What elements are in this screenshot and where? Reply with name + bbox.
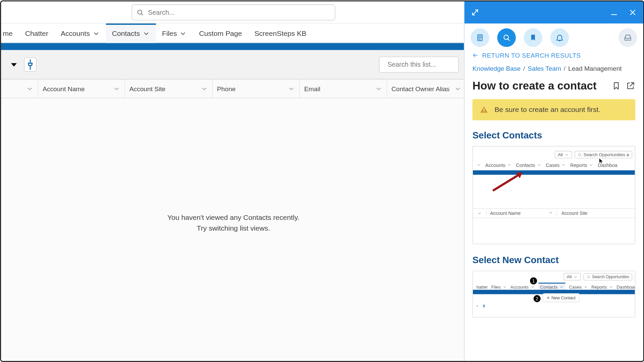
grid-header: Account Name Account Site Phone Email Co… [1, 79, 466, 98]
list-search[interactable] [379, 56, 459, 72]
chevron-down-icon [454, 85, 461, 92]
alert-text: Be sure to create an account first. [494, 106, 600, 114]
close-icon[interactable] [628, 8, 637, 16]
nav-item-home[interactable]: me [1, 23, 19, 43]
svg-line-24 [589, 277, 590, 278]
chevron-down-icon [288, 85, 295, 92]
caret-down-icon [8, 58, 19, 70]
svg-marker-2 [11, 63, 16, 66]
help-panel: RETURN TO SEARCH RESULTS Knowledge Base/… [464, 1, 643, 361]
chevron-down-icon[interactable] [179, 30, 186, 37]
column-label: Account Name [43, 85, 85, 92]
empty-line-1: You haven't viewed any Contacts recently… [1, 212, 466, 223]
column-owner-alias[interactable]: Contact Owner Alias [387, 79, 466, 98]
nav-item-chatter[interactable]: Chatter [19, 23, 54, 43]
warning-alert: Be sure to create an account first. [472, 99, 635, 120]
panel-body: RETURN TO SEARCH RESULTS Knowledge Base/… [464, 52, 643, 361]
expand-icon[interactable] [471, 8, 479, 16]
return-link[interactable]: RETURN TO SEARCH RESULTS [472, 52, 635, 59]
svg-point-23 [587, 275, 589, 277]
list-search-input[interactable] [387, 60, 472, 68]
screenshot-1: All Search Opportunities and Accounts Co… [472, 146, 635, 244]
svg-point-13 [504, 35, 508, 39]
chevron-down-icon[interactable] [142, 30, 149, 37]
nav-label: Chatter [25, 29, 48, 38]
tab-search[interactable] [497, 28, 516, 47]
section-heading-2: Select New Contact [472, 255, 635, 265]
nav-item-files[interactable]: Files [156, 23, 193, 43]
chevron-down-icon [375, 85, 382, 92]
global-search[interactable] [131, 4, 335, 20]
nav-label: me [3, 29, 12, 38]
column-label: Email [304, 85, 320, 92]
tab-inbox[interactable] [618, 28, 637, 47]
arrow-left-icon [472, 52, 478, 58]
nav-bar: me Chatter Accounts Contacts Files Custo… [1, 23, 466, 43]
bookmark-outline-icon[interactable] [611, 80, 621, 90]
svg-point-0 [138, 10, 142, 14]
empty-line-2: Try switching list views. [1, 223, 466, 234]
chevron-down-icon [476, 163, 481, 167]
svg-line-5 [472, 10, 477, 15]
column-blank[interactable] [1, 79, 38, 98]
return-label: RETURN TO SEARCH RESULTS [482, 52, 581, 59]
minimize-icon[interactable] [609, 8, 618, 16]
new-contact-menu-item: +New Contact [543, 293, 579, 302]
chevron-down-icon[interactable] [92, 30, 99, 37]
search-icon [578, 152, 582, 157]
salesforce-app: me Chatter Accounts Contacts Files Custo… [1, 1, 466, 361]
tab-articles[interactable] [471, 28, 489, 47]
svg-line-21 [493, 174, 520, 190]
nav-label: ScreenSteps KB [254, 29, 306, 38]
tab-bookmarks[interactable] [524, 28, 542, 47]
global-search-input[interactable] [148, 8, 330, 16]
nav-item-accounts[interactable]: Accounts [54, 23, 106, 43]
open-external-icon[interactable] [626, 80, 635, 90]
svg-line-14 [507, 39, 509, 41]
nav-item-contacts[interactable]: Contacts [106, 23, 156, 43]
screenshot-2: All Search Opportunities and hatter File… [472, 270, 635, 317]
nav-item-custom-page[interactable]: Custom Page [193, 23, 248, 43]
svg-line-1 [141, 13, 143, 15]
column-account-site[interactable]: Account Site [125, 79, 212, 98]
svg-marker-25 [476, 305, 478, 306]
breadcrumb-current: Lead Management [568, 65, 622, 72]
chevron-down-icon [201, 85, 208, 92]
column-label: Contact Owner Alias [391, 85, 449, 92]
column-account-name[interactable]: Account Name [38, 79, 125, 98]
empty-state: You haven't viewed any Contacts recently… [1, 212, 466, 233]
panel-tabs [464, 23, 643, 52]
shot2-scope-pill: All [564, 273, 581, 280]
step-1-badge: 1 [529, 276, 538, 285]
chevron-down-icon [26, 85, 33, 92]
breadcrumb-mid[interactable]: Sales Team [528, 65, 561, 72]
chevron-down-icon [564, 152, 569, 157]
shot2-search-pill: Search Opportunities and [583, 273, 632, 280]
column-label: Phone [217, 85, 235, 92]
nav-item-screensteps-kb[interactable]: ScreenSteps KB [248, 23, 312, 43]
shot1-scope-pill: All [554, 151, 572, 158]
nav-label: Accounts [60, 29, 90, 38]
column-email[interactable]: Email [300, 79, 387, 98]
svg-line-20 [580, 155, 581, 156]
mouse-cursor-icon [598, 157, 604, 165]
column-phone[interactable]: Phone [212, 79, 300, 98]
pin-icon [24, 58, 36, 70]
nav-label: Contacts [112, 29, 140, 38]
nav-label: Files [162, 29, 177, 38]
column-label: Account Site [129, 85, 165, 92]
article-title: How to create a contact [472, 79, 607, 92]
section-heading-1: Select Contacts [472, 130, 635, 141]
annotation-arrow-icon [491, 170, 527, 192]
pin-list-button[interactable] [24, 57, 36, 71]
list-view-switcher[interactable] [8, 58, 19, 70]
chevron-down-icon [113, 85, 120, 92]
accent-bar [1, 43, 466, 50]
nav-label: Custom Page [199, 29, 242, 38]
breadcrumb-root[interactable]: Knowledge Base [472, 65, 521, 72]
step-2-badge: 2 [532, 294, 541, 303]
tab-notifications[interactable] [550, 28, 569, 47]
warning-icon [479, 105, 488, 114]
data-grid: Account Name Account Site Phone Email Co… [1, 79, 466, 361]
top-bar [1, 1, 466, 23]
